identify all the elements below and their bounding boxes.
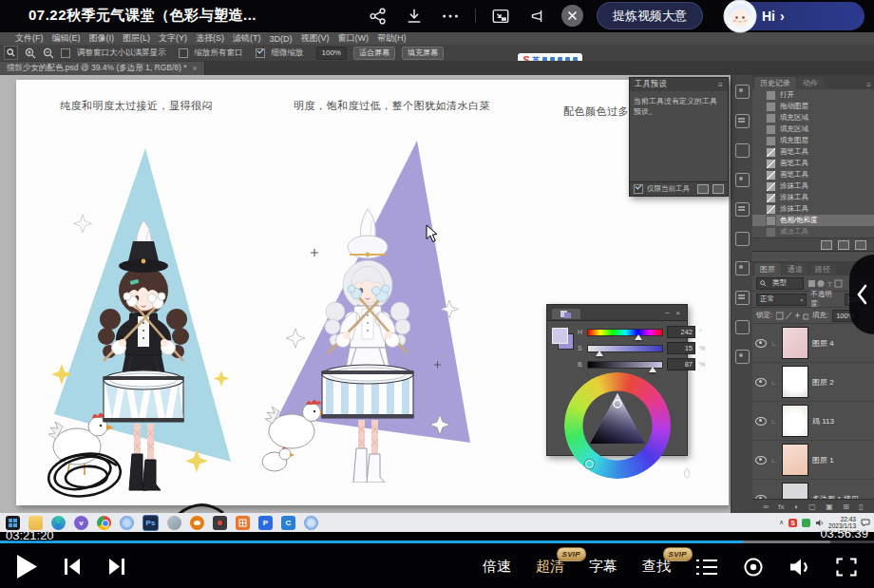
share-icon[interactable] <box>367 5 390 28</box>
tool-presets-panel: 工具预设 ≡ 当前工具没有定义的工具预设。 仅限当前工具 <box>629 77 729 197</box>
ps-options-bar: 调整窗口大小以满屏显示 缩放所有窗口 细微缩放 100% 适合屏幕 填充屏幕 S… <box>0 45 874 62</box>
record-icon[interactable] <box>743 557 764 578</box>
collapsed-panel-strip <box>732 75 753 513</box>
player-control-bar: 倍速 超清 SVIP 字幕 查找 SVIP <box>0 545 874 588</box>
svg-text:T: T <box>827 280 832 288</box>
history-footer-icons <box>752 237 874 252</box>
current-tool-only-checkbox <box>634 184 643 194</box>
tab-layers: 图层 <box>754 263 781 275</box>
tray-green-icon <box>802 519 810 527</box>
hue-ring-marker <box>585 460 594 468</box>
bright-value: 87 <box>667 358 695 370</box>
filter-type-icons: T <box>808 279 846 288</box>
brightness-slider <box>587 361 663 369</box>
subtitle-button[interactable]: 字幕 <box>589 558 618 576</box>
zoom-all-label: 缩放所有窗口 <box>195 47 243 59</box>
blue-swirl-icon <box>304 516 318 530</box>
assistant-hi-button[interactable]: Hi › <box>724 2 864 30</box>
playlist-side-toggle[interactable] <box>849 255 874 334</box>
video-player-window: 07.22秋季元气课堂（色彩与塑造... <box>0 0 874 588</box>
ps-menu-window: 窗口(W) <box>338 32 370 45</box>
ps-menu-image: 图像(I) <box>89 32 115 45</box>
assistant-avatar <box>722 0 758 34</box>
picture-in-picture-icon[interactable] <box>489 5 512 28</box>
svip-badge-quality: SVIP <box>557 547 586 561</box>
topbar-divider <box>475 9 476 23</box>
tray-sogou-icon: S <box>788 519 797 527</box>
ps-menu-select: 选择(S) <box>196 32 224 45</box>
top-bar: 07.22秋季元气课堂（色彩与塑造... <box>0 0 874 31</box>
color-panel-tab <box>552 309 580 319</box>
dark-app-icon <box>213 516 227 530</box>
blender-icon <box>190 516 204 530</box>
ink-scribble-arc <box>176 503 225 513</box>
ps-workspace: 纯度和明度太过接近，显得很闷 明度，饱和度过低，整个图犹如清水白菜 配色颜色过多… <box>0 75 874 513</box>
layers-footer-icons: ∞fx◐▢▣⊞▯ <box>752 499 874 513</box>
progress-bar[interactable] <box>0 541 874 543</box>
tab-history: 历史记录 <box>754 77 796 89</box>
annotation-1: 纯度和明度太过接近，显得很闷 <box>60 99 213 113</box>
duration-time: 03:56:39 <box>820 526 868 541</box>
fullscreen-icon[interactable] <box>836 558 857 577</box>
hsv-color-wheel <box>564 372 671 479</box>
tab-close-icon: × <box>193 64 198 73</box>
ps-menu-file: 文件(F) <box>15 32 44 45</box>
ps-menu-3d: 3D(D) <box>270 34 293 44</box>
summarize-video-button[interactable]: 提炼视频大意 <box>597 2 703 29</box>
resize-windows-label: 调整窗口大小以满屏显示 <box>77 47 166 59</box>
download-icon[interactable] <box>403 5 426 28</box>
zoom-out-icon <box>43 47 54 59</box>
progress-played <box>0 541 743 543</box>
close-icon[interactable] <box>561 5 583 27</box>
ps-menu-help: 帮助(H) <box>377 32 407 45</box>
illustration-drummer-girl-light <box>254 129 482 483</box>
bright-label: B <box>578 361 583 368</box>
tool-presets-empty-text: 当前工具没有定义的工具预设。 <box>630 91 728 182</box>
mouse-cursor <box>426 224 439 243</box>
play-button[interactable] <box>15 554 38 579</box>
current-tool-only-label: 仅限当前工具 <box>647 184 690 194</box>
new-preset-icon <box>697 184 709 194</box>
zoom-tool-icon <box>4 46 18 60</box>
sat-value: 15 <box>667 342 695 354</box>
document-tab-title: 擂鼓少女的配色.psd @ 39.4% (多边形 1, RGB/8) * <box>7 63 187 74</box>
fill-screen-button: 填充屏幕 <box>402 47 444 60</box>
layer-filter-select: 类型 <box>756 277 804 290</box>
bright-unit: % <box>699 361 707 368</box>
opacity-label: 不透明度: <box>810 290 841 309</box>
scrubby-zoom-label: 细微缩放 <box>272 47 304 59</box>
tab-actions: 动作 <box>797 77 824 89</box>
playlist-icon[interactable] <box>695 558 718 577</box>
video-content-photoshop-frame[interactable]: 文件(F) 编辑(E) 图像(I) 图层(L) 文字(Y) 选择(S) 滤镜(T… <box>0 32 874 532</box>
trash-icon <box>712 184 724 194</box>
mini-player-icon[interactable] <box>525 5 548 28</box>
c-app-icon: C <box>281 516 295 530</box>
volume-icon[interactable] <box>788 558 811 577</box>
scrubby-zoom-checkbox <box>256 48 265 58</box>
document-tab: 擂鼓少女的配色.psd @ 39.4% (多边形 1, RGB/8) * × <box>0 62 205 75</box>
windows-taskbar: v Ps P C ∧ S 22:43 2023/1/13 <box>0 513 874 532</box>
v-app-icon: v <box>74 516 88 530</box>
hi-label: Hi <box>762 9 775 24</box>
eyedrop-icon <box>682 467 692 479</box>
hue-unit: ° <box>699 329 707 335</box>
playback-speed-button[interactable]: 倍速 <box>483 558 511 576</box>
ps-menu-type: 文字(Y) <box>159 32 187 45</box>
chevron-right-icon: › <box>780 9 785 24</box>
fit-screen-button: 适合屏幕 <box>353 47 395 60</box>
color-wheel-panel: − × H 242 ° S 15 <box>546 304 688 456</box>
tray-time: 22:43 <box>828 516 856 522</box>
photoshop-icon: Ps <box>142 515 159 531</box>
tab-channels: 通道 <box>782 263 808 275</box>
history-panel: 历史记录 动作 ≡ 打开 拖动图层 填充区域 填充区域 填充图层 画笔工具 画笔… <box>752 75 874 252</box>
hue-slider <box>587 329 663 336</box>
panel-menu-icon: ≡ <box>718 80 723 89</box>
previous-button[interactable] <box>64 559 82 575</box>
current-time: 03:21:20 <box>6 528 54 542</box>
ps-menu-filter: 滤镜(T) <box>233 32 261 45</box>
resize-windows-checkbox <box>61 48 70 58</box>
more-icon[interactable] <box>439 5 462 28</box>
lock-label: 锁定: <box>756 311 772 320</box>
illustration-drummer-girl-dark <box>43 133 242 494</box>
next-button[interactable] <box>107 559 125 575</box>
